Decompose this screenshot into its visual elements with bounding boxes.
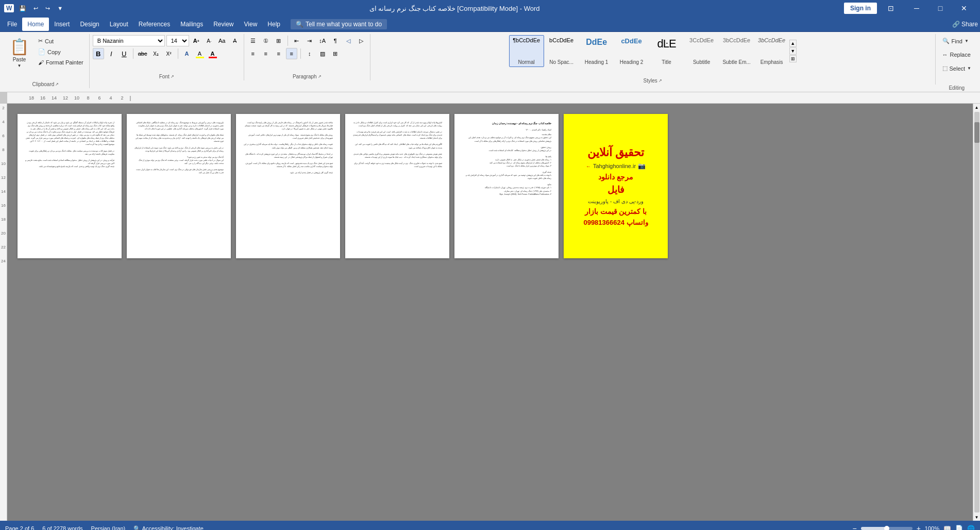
zoom-slider-thumb[interactable] [884, 526, 889, 530]
justify-btn[interactable]: ≡ [286, 48, 297, 59]
font-group-content: B Nazanin 14 A+ A- Aa A B I U abc X₂ [93, 35, 241, 71]
multilevel-btn[interactable]: ⊞ [273, 35, 284, 46]
zoom-out-btn[interactable]: − [852, 524, 856, 530]
menu-references[interactable]: References [133, 18, 175, 31]
select-button[interactable]: ⬚ Select ▼ [939, 62, 975, 74]
zoom-in-btn[interactable]: + [917, 524, 921, 530]
document-title: خلاصه کتاب جنگ نرم رسانه ای [Compatibili… [65, 5, 844, 12]
increase-indent-btn[interactable]: ⇥ [304, 35, 315, 46]
style-emphasis-preview: 3bCcDdEe [757, 37, 787, 44]
page-info: Page 2 of 6 [5, 525, 34, 530]
clipboard-expand-icon[interactable]: ↗ [55, 82, 59, 87]
accessibility-status[interactable]: 🔍 Accessibility: Investigate [133, 525, 204, 531]
paragraph-expand-icon[interactable]: ↗ [318, 74, 322, 79]
scrollbar-thumb[interactable] [974, 122, 979, 143]
style-heading1[interactable]: DdEe Heading 1 [579, 35, 614, 67]
style-title[interactable]: dĿE Title [649, 35, 684, 67]
zoom-percent[interactable]: 100% [925, 525, 939, 530]
read-mode-btn[interactable]: 📖 [943, 525, 951, 530]
align-left-btn[interactable]: ≡ [247, 48, 259, 59]
style-subtle-em[interactable]: 3bCcDdEe Subtle Em... [719, 35, 754, 67]
show-formatting-btn[interactable]: ¶ [330, 35, 341, 46]
style-no-spacing[interactable]: bCcDdEe No Spac... [544, 35, 579, 67]
borders-btn[interactable]: ⊞ [330, 48, 341, 59]
scroll-down-btn[interactable]: ▼ [973, 514, 981, 521]
superscript-btn[interactable]: X² [163, 48, 175, 59]
ltr-btn[interactable]: ▷ [356, 35, 367, 46]
ribbon-display-btn[interactable]: ⊡ [879, 0, 903, 16]
share-button[interactable]: 🔗 Share [952, 21, 978, 28]
styles-expand-icon[interactable]: ↗ [658, 78, 662, 83]
menu-view[interactable]: View [239, 18, 263, 31]
decrease-indent-btn[interactable]: ⇤ [291, 35, 302, 46]
format-painter-icon: 🖌 [38, 59, 44, 65]
line-spacing-btn[interactable]: ↕ [304, 48, 315, 59]
style-heading2[interactable]: cDdEe Heading 2 [614, 35, 649, 67]
align-center-btn[interactable]: ≡ [260, 48, 272, 59]
sort-btn[interactable]: ↕A [317, 35, 328, 46]
font-size-select[interactable]: 14 [166, 35, 189, 46]
menu-file[interactable]: File [2, 18, 22, 31]
style-emphasis[interactable]: 3bCcDdEe Emphasis [754, 35, 789, 67]
rtl-btn[interactable]: ◁ [343, 35, 354, 46]
strikethrough-btn[interactable]: abc [137, 48, 149, 59]
font-color-btn[interactable]: A [207, 48, 218, 59]
clipboard-right: ✂ Cut 📄 Copy 🖌 Format Painter [36, 35, 86, 67]
menu-review[interactable]: Review [208, 18, 239, 31]
font-name-select[interactable]: B Nazanin [93, 35, 165, 46]
menu-design[interactable]: Design [75, 18, 104, 31]
close-btn[interactable]: ✕ [952, 0, 976, 16]
restore-btn[interactable]: □ [928, 0, 952, 16]
bold-btn[interactable]: B [93, 48, 104, 59]
ad-types: ورد-پی دی اف - پاورپوینت [588, 198, 644, 204]
paste-button[interactable]: 📋 Paste ▼ [5, 35, 33, 71]
customize-quick-access-btn[interactable]: ▼ [55, 4, 65, 12]
styles-scroll-down-btn[interactable]: ▼ [789, 47, 797, 55]
align-right-btn[interactable]: ≡ [273, 48, 284, 59]
quick-save-btn[interactable]: 💾 [17, 4, 28, 13]
change-case-btn[interactable]: Aa [216, 35, 228, 46]
text-effects-btn[interactable]: A [181, 48, 193, 59]
menu-help[interactable]: Help [262, 18, 285, 31]
page-5-header: خلاصه کتاب جنگ نرم رسانه ای - نویسنده: ر… [462, 121, 551, 125]
web-layout-btn[interactable]: 🌐 [967, 525, 975, 530]
replace-icon: ↔ [942, 52, 948, 58]
font-format-row: B I U abc X₂ X² A A A [93, 48, 218, 59]
highlight-color-btn[interactable]: A [194, 48, 206, 59]
subscript-btn[interactable]: X₂ [150, 48, 162, 59]
style-normal[interactable]: ¶bCcDdEe Normal [509, 35, 544, 67]
clear-formatting-btn[interactable]: A [229, 35, 241, 46]
numbering-btn[interactable]: ① [260, 35, 272, 46]
tell-me-search[interactable]: 🔍 Tell me what you want to do [291, 19, 387, 29]
format-painter-button[interactable]: 🖌 Format Painter [36, 58, 86, 67]
font-shrink-btn[interactable]: A- [204, 35, 215, 46]
zoom-slider-track[interactable] [861, 527, 913, 530]
ad-content: تحقیق آنلاین 📷 Tahghighonline.ir ← مرجع … [568, 146, 664, 226]
word-logo-icon: W [4, 4, 14, 12]
styles-scroll-up-btn[interactable]: ▲ [789, 40, 797, 47]
font-expand-icon[interactable]: ↗ [171, 74, 174, 79]
vertical-scrollbar[interactable]: ▲ ▼ [973, 104, 980, 521]
cut-button[interactable]: ✂ Cut [36, 36, 86, 46]
minimize-btn[interactable]: ─ [905, 0, 928, 16]
quick-redo-btn[interactable]: ↪ [43, 4, 52, 13]
menu-mailings[interactable]: Mailings [175, 18, 208, 31]
copy-button[interactable]: 📄 Copy [36, 47, 86, 57]
underline-btn[interactable]: U [119, 48, 130, 59]
menu-home[interactable]: Home [22, 18, 49, 31]
italic-btn[interactable]: I [106, 48, 117, 59]
replace-button[interactable]: ↔ Replace [939, 49, 974, 60]
style-subtitle[interactable]: 3CcDdEe Subtitle [684, 35, 719, 67]
scroll-up-btn[interactable]: ▲ [973, 104, 981, 111]
shading-btn[interactable]: ▨ [317, 48, 328, 59]
bullets-btn[interactable]: ☰ [247, 35, 259, 46]
print-layout-btn[interactable]: 📄 [955, 525, 963, 530]
styles-expand-btn[interactable]: ⊞ [789, 55, 797, 62]
menu-layout[interactable]: Layout [105, 18, 133, 31]
sign-in-button[interactable]: Sign in [844, 3, 877, 14]
quick-undo-btn[interactable]: ↩ [31, 4, 40, 13]
font-grow-btn[interactable]: A+ [191, 35, 202, 46]
ruler-corner [0, 92, 7, 103]
find-button[interactable]: 🔍 Find ▼ [939, 35, 972, 47]
menu-insert[interactable]: Insert [49, 18, 75, 31]
